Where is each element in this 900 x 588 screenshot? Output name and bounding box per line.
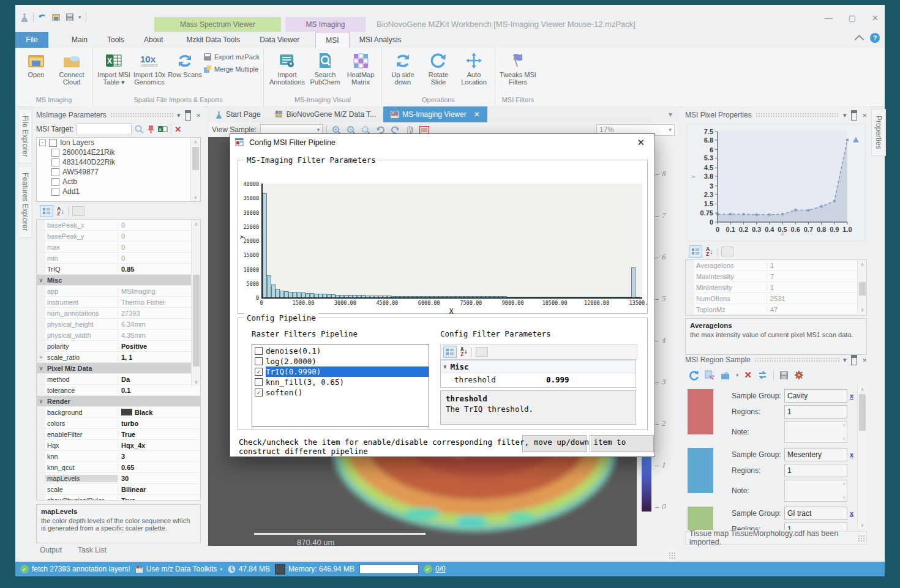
merge-multiple-button[interactable]: Merge Multiple <box>203 65 260 73</box>
samples-scrollbar[interactable]: ∧ ∨ <box>857 385 866 529</box>
sync-icon[interactable] <box>757 370 768 380</box>
category-collapse-icon[interactable]: ∨ <box>37 275 45 285</box>
tab-mzkit-data-tools[interactable]: Mzkit Data Tools <box>176 32 250 48</box>
property-pages-icon[interactable] <box>72 206 84 216</box>
property-value[interactable]: 0 <box>118 233 200 240</box>
scroll-down-icon[interactable]: ∨ <box>191 193 200 201</box>
pipeline-item[interactable]: ✓TrIQ(0.9990) <box>252 367 429 377</box>
property-row[interactable]: appMSImaging <box>37 286 200 297</box>
ion-checkbox[interactable] <box>51 178 59 186</box>
property-row[interactable]: scaleBilinear <box>37 484 200 495</box>
panel-close-icon[interactable]: × <box>196 111 201 120</box>
ion-checkbox[interactable] <box>51 168 59 176</box>
sort-az-icon[interactable]: AZ↓ <box>460 347 468 357</box>
property-value[interactable]: 0.85 <box>118 266 200 273</box>
property-value[interactable]: MSImaging <box>118 288 200 295</box>
property-row[interactable]: basePeak_x0 <box>37 220 200 231</box>
tree-root-row[interactable]: − Ion Layers <box>37 138 200 147</box>
property-value[interactable]: 27393 <box>118 310 200 317</box>
property-row[interactable]: AverageIons1 <box>686 260 866 271</box>
property-value[interactable]: Hqx_4x <box>118 442 200 449</box>
note-input[interactable]: ∧∨ <box>784 480 847 502</box>
tab-msi-analysis[interactable]: MSI Analysis <box>350 32 411 48</box>
ion-layer-row[interactable]: AW549877 <box>37 167 200 177</box>
scroll-down-icon[interactable]: ∨ <box>192 378 201 386</box>
search-pubchem-button[interactable]: Search PubChem <box>308 50 342 86</box>
maximize-button[interactable]: ▢ <box>849 13 856 23</box>
pipeline-item[interactable]: denoise(0.1) <box>252 346 429 356</box>
property-row[interactable]: colorsturbo <box>37 418 200 429</box>
property-value[interactable]: 3 <box>118 453 200 460</box>
scroll-down-icon[interactable]: ∨ <box>858 305 867 314</box>
property-pages-icon[interactable] <box>476 347 488 357</box>
property-value[interactable]: Bilinear <box>118 486 200 493</box>
property-row[interactable]: TopIonMz47 <box>686 304 866 315</box>
scroll-up-icon[interactable]: ∧ <box>192 220 201 228</box>
property-row[interactable]: TrIQ0.85 <box>37 264 200 275</box>
ion-layer-row[interactable]: 4831440D22Rik <box>37 157 200 167</box>
tab-msi[interactable]: MSI <box>315 32 349 48</box>
regions-input[interactable]: 1 <box>784 464 847 477</box>
sidebar-tab-features-explorer[interactable]: Features Explorer <box>18 166 32 237</box>
undo-icon[interactable] <box>38 13 47 21</box>
property-category-row[interactable]: ∨Misc <box>37 275 200 286</box>
tab-list-dropdown-icon[interactable]: ▾ <box>662 106 678 122</box>
pipeline-checkbox[interactable] <box>255 357 263 365</box>
categorize-icon[interactable] <box>689 245 702 258</box>
delete-group-link[interactable]: x <box>847 392 856 400</box>
row-scans-button[interactable]: Row Scans <box>168 50 202 78</box>
dropdown-caret-icon[interactable]: ▾ <box>736 372 739 378</box>
qat-dropdown-icon[interactable]: ▾ <box>78 14 81 20</box>
scrollbar-thumb[interactable] <box>192 147 199 170</box>
property-value[interactable]: 0 <box>118 221 200 229</box>
copy-region-icon[interactable] <box>705 370 715 380</box>
tab-task-list[interactable]: Task List <box>78 546 107 554</box>
pipeline-checkbox[interactable]: ✓ <box>255 389 263 396</box>
settings-gear-icon[interactable] <box>794 370 804 380</box>
category-collapse-icon[interactable]: ∨ <box>37 396 45 406</box>
property-value[interactable]: 1, 1 <box>118 354 200 361</box>
excel-export-icon[interactable]: x <box>158 125 168 133</box>
property-value[interactable]: 4.35mm <box>118 332 200 339</box>
property-pages-icon[interactable] <box>721 247 733 256</box>
regions-input[interactable]: 1 <box>784 405 847 419</box>
delete-region-icon[interactable]: ✕ <box>744 370 752 381</box>
scroll-up-icon[interactable]: ∧ <box>858 385 867 393</box>
msi-target-input[interactable] <box>77 123 132 135</box>
rotate-slide-button[interactable]: Rotate Slide <box>421 50 456 86</box>
panel-close-icon[interactable]: × <box>862 111 867 120</box>
refresh-icon[interactable] <box>689 370 699 381</box>
tab-tools[interactable]: Tools <box>97 32 134 48</box>
import-annotations-button[interactable]: Import Annotations <box>268 50 307 86</box>
open-button[interactable]: Open <box>19 50 53 78</box>
categorize-icon[interactable] <box>40 205 53 217</box>
minimize-button[interactable]: — <box>825 13 833 23</box>
property-row[interactable]: MinIntensity1 <box>686 282 866 293</box>
property-row[interactable]: num_annotations27393 <box>37 308 200 319</box>
property-category-row[interactable]: ∨Pixel M/z Data <box>37 363 200 374</box>
sample-group-input[interactable]: Cavity <box>784 389 847 403</box>
export-mzpack-button[interactable]: Export mzPack <box>203 53 260 61</box>
tree-collapse-icon[interactable]: − <box>39 140 46 146</box>
property-value[interactable]: 0.65 <box>118 464 200 471</box>
auto-location-button[interactable]: Auto Location <box>457 50 491 86</box>
save-icon[interactable] <box>779 371 789 380</box>
search-icon[interactable] <box>135 125 144 134</box>
tab-close-icon[interactable]: ✕ <box>474 110 480 119</box>
spinner-icons[interactable]: ∧∨ <box>842 423 846 441</box>
tab-file[interactable]: File <box>15 32 48 48</box>
pin-icon[interactable] <box>851 110 857 121</box>
pin-icon[interactable] <box>851 355 857 365</box>
scrollbar-thumb[interactable] <box>859 282 866 296</box>
property-row[interactable]: methodDa <box>37 374 200 385</box>
property-value[interactable]: 30 <box>118 475 200 482</box>
property-row[interactable]: tolerance0.1 <box>37 385 200 396</box>
property-value[interactable]: Thermo Fisher <box>118 299 200 306</box>
tab-data-viewer[interactable]: Data Viewer <box>250 32 309 48</box>
property-row[interactable]: mapLevels30 <box>37 473 200 484</box>
property-value[interactable]: Positive <box>118 343 200 350</box>
property-value[interactable]: 47 <box>767 306 866 313</box>
property-row[interactable]: polarityPositive <box>37 341 200 352</box>
ion-layer-row[interactable]: 2600014E21Rik <box>37 147 200 157</box>
import-10x-genomics-button[interactable]: 10xGENOMICS Import 10x Genomics <box>132 50 167 86</box>
